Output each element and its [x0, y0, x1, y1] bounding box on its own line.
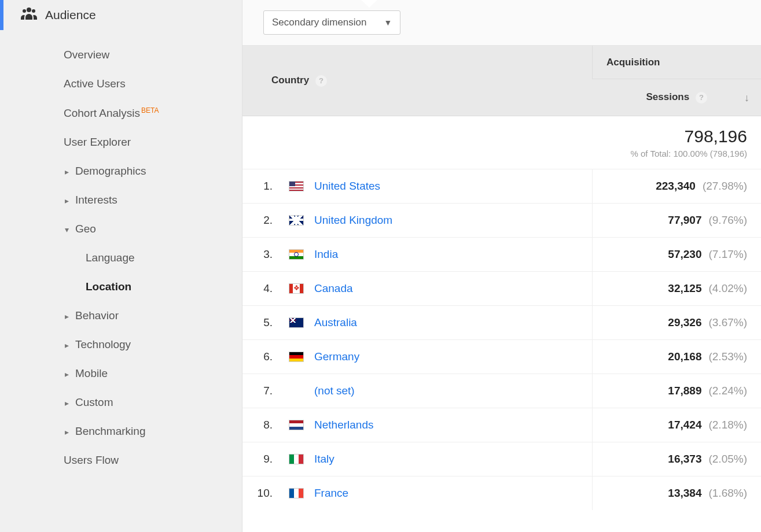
svg-point-2: [32, 9, 35, 13]
chevron-right-icon: [65, 196, 69, 205]
total-sessions-subtext: % of Total: 100.00% (798,196): [606, 149, 747, 158]
nav-interests[interactable]: Interests: [0, 186, 242, 215]
sessions-percent: (9.76%): [708, 214, 747, 226]
flag-icon: [289, 386, 304, 396]
sidebar-section-label: Audience: [45, 8, 96, 22]
country-link[interactable]: Australia: [314, 316, 357, 329]
flag-icon: [289, 420, 304, 430]
country-link[interactable]: France: [314, 487, 348, 500]
sessions-percent: (3.67%): [708, 316, 747, 328]
flag-icon: [289, 181, 304, 191]
row-sessions-cell: 17,889(2.24%): [592, 374, 761, 408]
row-rank: 6.: [242, 339, 277, 374]
row-country-cell: Australia: [277, 306, 592, 339]
table-row: 1.United States223,340(27.98%): [242, 169, 761, 203]
sessions-percent: (4.02%): [708, 282, 747, 294]
row-country-cell: India: [277, 238, 592, 271]
row-sessions-cell: 32,125(4.02%): [592, 271, 761, 305]
nav-benchmarking[interactable]: Benchmarking: [0, 417, 242, 446]
row-country-cell: United Kingdom: [277, 204, 592, 237]
row-country-cell: Italy: [277, 442, 592, 476]
row-sessions-cell: 223,340(27.98%): [592, 169, 761, 203]
location-table: Country ? Acquisition Sessions ? ↓: [242, 46, 761, 510]
nav-demographics[interactable]: Demographics: [0, 157, 242, 186]
col-header-country[interactable]: Country ?: [242, 46, 592, 116]
country-link[interactable]: Canada: [314, 282, 353, 295]
sort-desc-icon: ↓: [744, 92, 749, 104]
row-country-cell: ❖Canada: [277, 272, 592, 305]
table-row: 6.Germany20,168(2.53%): [242, 339, 761, 374]
row-rank: 3.: [242, 237, 277, 271]
nav-behavior[interactable]: Behavior: [0, 301, 242, 330]
help-icon[interactable]: ?: [315, 75, 327, 87]
nav-technology[interactable]: Technology: [0, 330, 242, 359]
country-link[interactable]: Netherlands: [314, 419, 373, 431]
table-row: 4.❖Canada32,125(4.02%): [242, 271, 761, 305]
sessions-value: 13,384: [668, 487, 701, 499]
nav-users-flow[interactable]: Users Flow: [0, 446, 242, 475]
sessions-value: 223,340: [656, 180, 696, 192]
flag-icon: [289, 317, 304, 328]
sessions-value: 32,125: [668, 282, 701, 294]
nav-geo[interactable]: Geo: [0, 215, 242, 243]
sessions-value: 17,424: [668, 419, 701, 431]
chevron-down-icon: ▼: [384, 18, 392, 27]
sessions-percent: (2.24%): [708, 385, 747, 397]
table-row: 5.Australia29,326(3.67%): [242, 305, 761, 339]
sessions-value: 17,889: [668, 385, 701, 397]
country-link[interactable]: United Kingdom: [314, 214, 392, 227]
row-sessions-cell: 57,230(7.17%): [592, 237, 761, 271]
chevron-right-icon: [65, 167, 69, 176]
nav-mobile[interactable]: Mobile: [0, 359, 242, 388]
svg-point-1: [23, 9, 26, 13]
nav-overview[interactable]: Overview: [0, 40, 242, 69]
sidebar-nav-list: Overview Active Users Cohort AnalysisBET…: [0, 30, 242, 475]
chevron-right-icon: [65, 312, 69, 321]
sessions-value: 20,168: [668, 350, 701, 363]
summary-row: 798,196 % of Total: 100.00% (798,196): [242, 116, 761, 169]
secondary-dimension-dropdown[interactable]: Secondary dimension ▼: [263, 10, 400, 35]
country-link[interactable]: Italy: [314, 453, 334, 466]
chevron-right-icon: [65, 341, 69, 350]
flag-icon: [289, 352, 304, 362]
secondary-dimension-label: Secondary dimension: [272, 17, 366, 28]
col-group-acquisition: Acquisition: [592, 46, 761, 79]
sessions-value: 57,230: [668, 248, 701, 260]
row-rank: 10.: [242, 476, 277, 510]
sessions-percent: (2.53%): [708, 350, 747, 363]
nav-active-users[interactable]: Active Users: [0, 69, 242, 98]
row-sessions-cell: 77,907(9.76%): [592, 203, 761, 237]
row-country-cell: Netherlands: [277, 408, 592, 442]
table-row: 10.France13,384(1.68%): [242, 476, 761, 510]
sessions-percent: (2.05%): [708, 453, 747, 465]
country-link[interactable]: (not set): [314, 385, 355, 397]
sessions-percent: (2.18%): [708, 419, 747, 431]
country-link[interactable]: India: [314, 248, 338, 261]
nav-geo-location[interactable]: Location: [0, 272, 242, 301]
flag-icon: [289, 454, 304, 464]
beta-badge: BETA: [141, 106, 159, 114]
help-icon[interactable]: ?: [696, 92, 707, 104]
nav-geo-language[interactable]: Language: [0, 243, 242, 272]
row-rank: 1.: [242, 169, 277, 203]
nav-cohort-analysis[interactable]: Cohort AnalysisBETA: [0, 98, 242, 128]
country-link[interactable]: United States: [314, 180, 380, 193]
sessions-value: 29,326: [668, 316, 701, 328]
flag-icon: [289, 215, 304, 226]
col-header-sessions[interactable]: Sessions ? ↓: [592, 79, 761, 116]
sidebar-section-audience[interactable]: Audience: [0, 0, 242, 30]
row-country-cell: Germany: [277, 340, 592, 374]
row-rank: 8.: [242, 408, 277, 442]
sessions-percent: (27.98%): [703, 180, 747, 192]
country-link[interactable]: Germany: [314, 350, 359, 363]
sessions-percent: (1.68%): [708, 487, 747, 499]
nav-custom[interactable]: Custom: [0, 388, 242, 417]
nav-user-explorer[interactable]: User Explorer: [0, 128, 242, 157]
chevron-right-icon: [65, 398, 69, 408]
row-sessions-cell: 20,168(2.53%): [592, 339, 761, 374]
row-rank: 7.: [242, 374, 277, 408]
sidebar: Audience Overview Active Users Cohort An…: [0, 0, 242, 532]
row-sessions-cell: 13,384(1.68%): [592, 476, 761, 510]
table-row: 3.India57,230(7.17%): [242, 237, 761, 271]
flag-icon: ❖: [289, 283, 304, 294]
